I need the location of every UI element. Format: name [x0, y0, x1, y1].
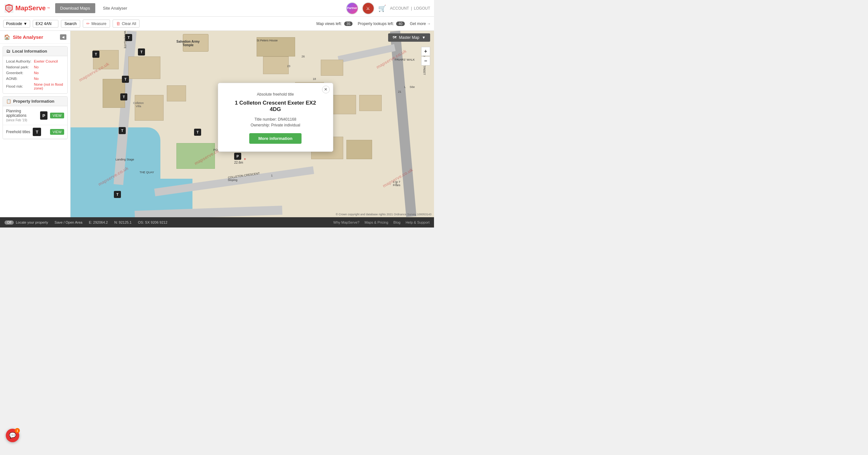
property-popup: ✕ Absolute freehold title 1 Colleton Cre… [218, 83, 333, 152]
measure-button[interactable]: ✏ Measure [83, 20, 110, 28]
pencil-icon: ✏ [86, 21, 90, 26]
search-button[interactable]: Search [61, 20, 80, 28]
popup-subtitle: Absolute freehold title [230, 92, 321, 97]
freehold-t-icon: T [33, 128, 41, 136]
map-selector-chevron: ▼ [422, 35, 426, 40]
search-input[interactable] [33, 20, 58, 28]
the-quay-label: THE QUAY [140, 171, 154, 174]
marker-t-3[interactable]: T [138, 49, 145, 56]
marker-t-4[interactable]: T [122, 76, 129, 83]
site-analyser-nav-btn[interactable]: Site Analyser [98, 3, 132, 13]
local-info-table: Local Authority: Exeter Council National… [3, 56, 67, 93]
help-support-link[interactable]: Help & Support [405, 220, 430, 224]
popup-title-number: Title number: DN401168 [230, 117, 321, 122]
sidebar-collapse-btn[interactable]: ◀ [60, 34, 66, 40]
property-lookups-badge: 40 [396, 22, 404, 26]
sloping-label: Sloping [228, 178, 237, 182]
cart-icon[interactable]: 🛒 [378, 4, 386, 12]
popup-address: 1 Colleton Crescent Exeter EX2 4DG [230, 100, 321, 113]
local-info-icon: 🗂 [6, 49, 10, 54]
marker-t-2[interactable]: T [125, 34, 132, 41]
colleton-villa-label: ColletonVilla [133, 101, 144, 108]
building-9 [331, 95, 356, 114]
building-5 [177, 143, 215, 169]
zoom-in-btn[interactable]: + [421, 47, 430, 56]
main-container: 🏠 Site Analyser ◀ 🗂 Local Information Lo… [0, 31, 434, 217]
map-views-badge: 35 [344, 22, 352, 26]
shield-badge: ⚔ [362, 2, 374, 14]
sidebar-header: 🏠 Site Analyser ◀ [0, 31, 70, 43]
os-ref: OS: SX 9206 9212 [138, 220, 167, 224]
header: MapServe™ Download Maps Site Analyser Pa… [0, 0, 434, 17]
download-maps-nav-btn[interactable]: Download Maps [55, 3, 95, 13]
header-right-area: Partner ⚔ 🛒 ACCOUNT | LOGOUT [346, 2, 430, 14]
logo-text: MapServe [16, 4, 46, 12]
local-info-title: 🗂 Local Information [3, 47, 67, 56]
building-12 [359, 95, 382, 111]
building-3 [128, 57, 160, 79]
marker-t-6[interactable]: T [119, 127, 126, 134]
more-info-btn[interactable]: More information [249, 133, 301, 144]
planning-p-icon: P [40, 111, 48, 120]
map-selector-icon: 🗺 [393, 35, 397, 40]
marker-t-5[interactable]: T [120, 93, 127, 100]
building-11 [346, 140, 372, 159]
friars-walk-label: FRIARS' WALK [395, 58, 415, 61]
zoom-out-btn[interactable]: − [421, 57, 430, 65]
site-analyser-icon: 🏠 [4, 34, 10, 40]
marker-t-1[interactable]: T [92, 51, 99, 58]
map-zoom-controls: + − [421, 47, 430, 65]
st-peters-label: St Peters House [257, 39, 278, 42]
logout-link[interactable]: LOGOUT [414, 6, 430, 10]
building-colleton-villa [135, 95, 163, 121]
freehold-view-btn[interactable]: VIEW [50, 129, 64, 135]
blog-link[interactable]: Blog [393, 220, 400, 224]
account-logout: ACCOUNT | LOGOUT [390, 6, 430, 10]
logo: MapServe™ [4, 3, 50, 13]
popup-close-btn[interactable]: ✕ [322, 86, 330, 93]
clear-all-button[interactable]: 🗑 Clear All [113, 20, 140, 28]
marker-t-7[interactable]: T [194, 129, 201, 136]
toolbar-right: Map views left: 35 Property lookups left… [316, 22, 431, 26]
popup-ownership: Ownership: Private individual [230, 123, 321, 127]
why-mapserve-link[interactable]: Why MapServe? [333, 220, 359, 224]
building-8 [321, 60, 343, 76]
coord-e: E: 292064.2 [89, 220, 108, 224]
property-info-section: 📋 Property Information Planning applicat… [3, 96, 68, 139]
footer: Off Locate your property Save / Open Are… [0, 217, 434, 228]
mapserve-logo-icon [4, 3, 14, 13]
get-more-link[interactable]: Get more → [410, 22, 431, 26]
footer-toggle: Off Locate your property [4, 220, 48, 224]
maps-pricing-link[interactable]: Maps & Pricing [364, 220, 388, 224]
sidebar-title: Site Analyser [13, 34, 60, 40]
building-4 [167, 85, 186, 101]
chevron-down-icon: ▼ [23, 22, 27, 26]
planning-view-btn[interactable]: VIEW [50, 113, 64, 118]
local-info-section: 🗂 Local Information Local Authority: Exe… [3, 46, 68, 94]
building-6 [263, 57, 289, 74]
plus-marker: + [244, 157, 246, 161]
toolbar: Postcode ▼ Search ✏ Measure 🗑 Clear All … [0, 17, 434, 31]
map-container[interactable]: mapserve.co.uk mapserve.co.uk mapserve.c… [70, 31, 434, 217]
landing-stage-label: Landing Stage [116, 158, 134, 161]
trash-icon: 🗑 [116, 21, 120, 26]
property-info-title: 📋 Property Information [3, 97, 67, 106]
salvation-army-label: Salvation ArmyTemple [177, 40, 199, 47]
footer-right-links: Why MapServe? Maps & Pricing Blog Help &… [333, 220, 430, 224]
property-info-icon: 📋 [6, 99, 11, 104]
coord-n: N: 92125.1 [114, 220, 131, 224]
account-link[interactable]: ACCOUNT [390, 6, 409, 10]
planning-applications-row: Planning applications (since Feb '19) P … [3, 106, 67, 125]
postcode-dropdown[interactable]: Postcode ▼ [3, 20, 30, 28]
save-open-area[interactable]: Save / Open Area [55, 220, 83, 224]
sidebar: 🏠 Site Analyser ◀ 🗂 Local Information Lo… [0, 31, 70, 217]
map-copyright: © Crown copyright and database rights 20… [336, 213, 431, 216]
map-selector[interactable]: 🗺 Master Map ▼ [388, 33, 430, 42]
marker-t-9[interactable]: T [114, 191, 121, 198]
freehold-titles-row: Freehold titles T VIEW [3, 125, 67, 139]
marker-p-2[interactable]: P [234, 153, 241, 160]
locate-toggle[interactable]: Off [4, 220, 14, 224]
distance-label: 22.6m [234, 161, 243, 164]
partner-badge: Partner [346, 2, 358, 14]
